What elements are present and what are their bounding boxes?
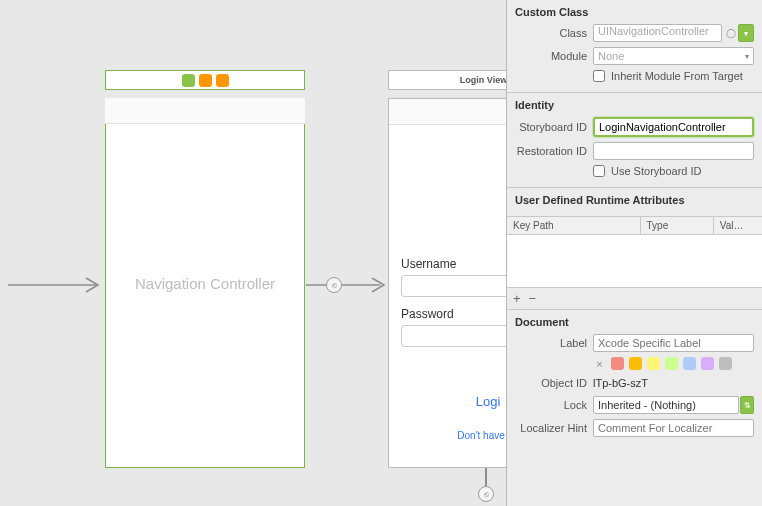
entry-arrow <box>8 273 104 297</box>
class-input[interactable]: UINavigationController <box>593 24 722 42</box>
inherit-module-label: Inherit Module From Target <box>611 70 743 82</box>
module-dropdown[interactable]: None▾ <box>593 47 754 65</box>
custom-class-section: Custom Class Class UINavigationControlle… <box>507 0 762 93</box>
clear-class-icon[interactable]: ◯ <box>726 28 736 38</box>
localizer-hint-input[interactable] <box>593 419 754 437</box>
restoration-id-label: Restoration ID <box>515 145 587 157</box>
lock-dropdown[interactable]: Inherited - (Nothing) <box>593 396 739 414</box>
module-label: Module <box>515 50 587 62</box>
segue-arrow <box>306 273 388 297</box>
add-attribute-button[interactable]: + <box>513 291 521 306</box>
label-color-swatches: × <box>593 357 754 370</box>
document-title: Document <box>515 316 754 328</box>
swatch-green[interactable] <box>665 357 678 370</box>
col-type[interactable]: Type <box>641 217 714 234</box>
inherit-module-checkbox[interactable] <box>593 70 605 82</box>
identity-title: Identity <box>515 99 754 111</box>
scene-header[interactable] <box>105 70 305 90</box>
custom-class-title: Custom Class <box>515 6 754 18</box>
identity-section: Identity Storyboard ID Restoration ID Us… <box>507 93 762 188</box>
navigation-controller-body[interactable]: Navigation Controller <box>105 98 305 468</box>
navigation-controller-scene[interactable]: Navigation Controller <box>105 70 305 468</box>
runtime-attributes-section: User Defined Runtime Attributes Key Path… <box>507 188 762 310</box>
col-keypath[interactable]: Key Path <box>507 217 641 234</box>
runtime-table-body[interactable] <box>507 235 762 287</box>
object-id-value: lTp-bG-szT <box>593 375 648 391</box>
segue-icon[interactable]: ⎋ <box>326 277 342 293</box>
identity-inspector-panel: Custom Class Class UINavigationControlle… <box>506 0 762 506</box>
col-value[interactable]: Val… <box>714 217 762 234</box>
bottom-segue-icon[interactable]: ⎋ <box>478 486 494 502</box>
use-storyboard-id-label: Use Storyboard ID <box>611 165 701 177</box>
runtime-table-footer: + − <box>507 287 762 309</box>
swatch-orange[interactable] <box>629 357 642 370</box>
remove-attribute-button[interactable]: − <box>529 291 537 306</box>
restoration-id-input[interactable] <box>593 142 754 160</box>
swatch-none[interactable]: × <box>593 357 606 370</box>
lock-label: Lock <box>515 399 587 411</box>
swatch-purple[interactable] <box>701 357 714 370</box>
storyboard-ref-icon <box>216 74 229 87</box>
nav-bar <box>105 98 305 124</box>
class-dropdown-button[interactable]: ▾ <box>738 24 754 42</box>
runtime-table-header: Key Path Type Val… <box>507 216 762 235</box>
storyboard-canvas[interactable]: Navigation Controller ⎋ Login View C Use… <box>0 0 506 506</box>
swatch-yellow[interactable] <box>647 357 660 370</box>
use-storyboard-id-checkbox[interactable] <box>593 165 605 177</box>
localizer-hint-label: Localizer Hint <box>515 422 587 434</box>
storyboard-id-input[interactable] <box>593 117 754 137</box>
navigation-controller-label: Navigation Controller <box>135 275 275 292</box>
document-section: Document Label × Object ID lTp-bG-szT Lo… <box>507 310 762 450</box>
runtime-attributes-title: User Defined Runtime Attributes <box>507 188 762 210</box>
swatch-red[interactable] <box>611 357 624 370</box>
class-label: Class <box>515 27 587 39</box>
object-id-label: Object ID <box>515 377 587 389</box>
swatch-blue[interactable] <box>683 357 696 370</box>
first-responder-icon <box>182 74 195 87</box>
segue-line <box>485 468 487 488</box>
swatch-gray[interactable] <box>719 357 732 370</box>
document-label-label: Label <box>515 337 587 349</box>
exit-icon <box>199 74 212 87</box>
lock-dropdown-button[interactable]: ⇅ <box>740 396 754 414</box>
document-label-input[interactable] <box>593 334 754 352</box>
storyboard-id-label: Storyboard ID <box>515 121 587 133</box>
